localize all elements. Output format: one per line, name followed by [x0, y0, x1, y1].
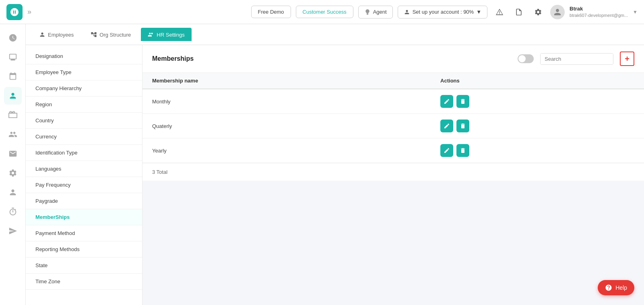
- actions-cell: [431, 114, 644, 138]
- customer-success-button[interactable]: Customer Success: [296, 6, 353, 18]
- inner-layout: Designation Employee Type Company Hierar…: [26, 45, 644, 305]
- sidebar-item-clock[interactable]: [4, 29, 22, 47]
- avatar[interactable]: [550, 5, 565, 19]
- tab-employees[interactable]: Employees: [32, 28, 80, 41]
- menu-item-paygrade[interactable]: Paygrade: [26, 193, 142, 209]
- tab-org-structure[interactable]: Org Structure: [84, 28, 138, 41]
- setup-chevron: ▼: [476, 9, 481, 15]
- user-info: Btrak btrak607-development@gm...: [570, 6, 628, 18]
- logo-icon[interactable]: [6, 4, 23, 20]
- settings-icon: [534, 8, 542, 16]
- menu-item-state[interactable]: State: [26, 258, 142, 274]
- menu-item-time-zone[interactable]: Time Zone: [26, 274, 142, 290]
- actions-cell: [431, 138, 644, 163]
- toggle-switch[interactable]: [518, 54, 534, 63]
- memberships-header: Memberships +: [142, 45, 644, 73]
- agent-icon: [364, 9, 371, 15]
- sidebar-item-monitor[interactable]: [4, 48, 22, 66]
- edit-button[interactable]: [440, 95, 453, 108]
- free-demo-button[interactable]: Free Demo: [251, 6, 291, 18]
- document-icon: [515, 8, 523, 16]
- help-icon: [605, 284, 612, 291]
- total-count: 3 Total: [152, 169, 167, 175]
- sidebar-item-calendar[interactable]: [4, 68, 22, 85]
- table-header-row: Membership name Actions: [142, 73, 644, 89]
- help-button[interactable]: Help: [598, 280, 634, 295]
- menu-item-currency[interactable]: Currency: [26, 129, 142, 145]
- table-row: Yearly: [142, 138, 644, 163]
- help-label: Help: [615, 284, 627, 291]
- employees-icon: [39, 31, 45, 38]
- settings-menu: Designation Employee Type Company Hierar…: [26, 45, 142, 305]
- user-email: btrak607-development@gm...: [570, 12, 628, 18]
- memberships-title: Memberships: [152, 55, 511, 62]
- tab-hr-settings[interactable]: HR Settings: [141, 28, 191, 41]
- menu-item-memberships[interactable]: MemberShips: [26, 209, 142, 225]
- setup-label: Set up your account : 90%: [413, 9, 474, 15]
- add-membership-button[interactable]: +: [620, 52, 634, 66]
- icon-sidebar: [0, 24, 26, 305]
- membership-name: Yearly: [142, 138, 431, 163]
- menu-item-region[interactable]: Region: [26, 97, 142, 113]
- org-structure-icon: [91, 31, 97, 38]
- setup-icon: [404, 9, 410, 15]
- agent-label: Agent: [373, 9, 387, 15]
- table-row: Monthly: [142, 89, 644, 114]
- delete-button[interactable]: [456, 144, 469, 157]
- delete-button[interactable]: [456, 95, 469, 108]
- avatar-icon: [553, 7, 562, 17]
- document-button[interactable]: [512, 5, 526, 19]
- tab-org-structure-label: Org Structure: [99, 32, 131, 38]
- delete-button[interactable]: [456, 120, 469, 132]
- edit-button[interactable]: [440, 144, 453, 157]
- settings-button[interactable]: [531, 5, 545, 19]
- agent-button[interactable]: Agent: [358, 6, 393, 19]
- menu-item-reporting-methods[interactable]: Reporting Methods: [26, 241, 142, 258]
- membership-name: Quaterly: [142, 114, 431, 138]
- menu-item-country[interactable]: Country: [26, 113, 142, 129]
- sidebar-item-mail[interactable]: [4, 145, 22, 163]
- sidebar-item-person[interactable]: [4, 87, 22, 105]
- menu-item-designation[interactable]: Designation: [26, 48, 142, 64]
- sidebar-item-gear[interactable]: [4, 164, 22, 182]
- col-membership-name: Membership name: [142, 73, 431, 89]
- main-content: Memberships +: [142, 45, 644, 305]
- table-row: Quaterly: [142, 114, 644, 138]
- membership-name: Monthly: [142, 89, 431, 114]
- alert-button[interactable]: [492, 5, 507, 19]
- hr-settings-icon: [148, 31, 154, 38]
- user-chevron-icon[interactable]: ▼: [633, 9, 638, 15]
- col-actions: Actions: [431, 73, 644, 89]
- menu-item-employee-type[interactable]: Employee Type: [26, 64, 142, 80]
- sidebar-item-team[interactable]: [4, 126, 22, 143]
- menu-item-languages[interactable]: Languages: [26, 161, 142, 177]
- user-name: Btrak: [570, 6, 628, 12]
- search-box: [540, 53, 613, 65]
- content-area: Employees Org Structure HR Settings Desi…: [26, 24, 644, 305]
- main-layout: Employees Org Structure HR Settings Desi…: [0, 24, 644, 305]
- nav-dots[interactable]: »: [27, 8, 31, 16]
- search-input[interactable]: [541, 54, 613, 64]
- table-footer: 3 Total: [142, 163, 644, 181]
- top-navigation: » Free Demo Customer Success Agent Set u…: [0, 0, 644, 24]
- sidebar-item-briefcase[interactable]: [4, 106, 22, 124]
- toggle-track: [518, 54, 534, 63]
- sidebar-item-user2[interactable]: [4, 183, 22, 201]
- memberships-table: Membership name Actions Monthly Quate: [142, 73, 644, 163]
- tab-hr-settings-label: HR Settings: [157, 32, 184, 38]
- menu-item-pay-frequency[interactable]: Pay Frequency: [26, 177, 142, 193]
- menu-item-identification-type[interactable]: Identification Type: [26, 145, 142, 161]
- sidebar-item-timer[interactable]: [4, 203, 22, 221]
- actions-cell: [431, 89, 644, 114]
- alert-icon: [495, 8, 504, 16]
- tab-employees-label: Employees: [48, 32, 74, 38]
- sidebar-item-send[interactable]: [4, 222, 22, 240]
- edit-button[interactable]: [440, 120, 453, 132]
- setup-button[interactable]: Set up your account : 90% ▼: [398, 6, 487, 19]
- menu-item-company-hierarchy[interactable]: Company Hierarchy: [26, 80, 142, 97]
- menu-item-payment-method[interactable]: Payment Method: [26, 225, 142, 241]
- tab-bar: Employees Org Structure HR Settings: [26, 24, 644, 45]
- memberships-panel: Memberships +: [142, 45, 644, 181]
